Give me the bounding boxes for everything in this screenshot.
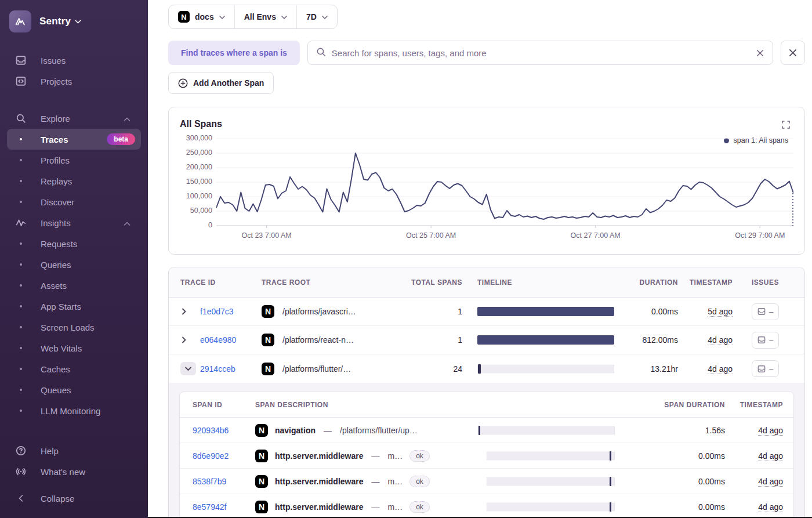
trace-id-link[interactable]: e064e980 [200,335,262,345]
chevron-down-icon [75,20,81,24]
x-axis-labels: Oct 23 7:00 AM Oct 25 7:00 AM Oct 27 7:0… [216,228,793,242]
sidebar-item-profiles[interactable]: Profiles [7,150,141,171]
bullet-icon [9,368,32,370]
span-id-link[interactable]: 8d6e90e2 [193,451,255,461]
timestamp-link[interactable]: 4d ago [758,502,783,512]
expand-row-button[interactable] [180,307,200,316]
sidebar-item-assets[interactable]: Assets [7,275,141,296]
sentry-logo-icon [14,15,27,28]
sentry-logo [9,10,31,32]
timeline-bar [477,326,615,354]
timeline-bar [477,354,615,383]
sidebar-item-requests[interactable]: Requests [7,233,141,254]
sidebar-item-projects[interactable]: Projects [7,71,141,92]
remove-span-filter-button[interactable] [781,41,805,65]
separator: — [371,502,381,512]
search-icon [316,47,326,59]
environment-selector[interactable]: All Envs [234,5,296,28]
trace-id-link[interactable]: 2914cceb [200,364,262,374]
sidebar-item-help[interactable]: Help [7,440,141,461]
span-row: 8538f7b9 N http.server.middleware — m… o… [180,469,793,494]
fullscreen-icon [781,120,791,129]
nextjs-platform-icon: N [255,450,268,462]
sidebar-item-app-starts[interactable]: App Starts [7,296,141,317]
sidebar-group-insights[interactable]: Insights [7,212,141,233]
sidebar-item-whats-new[interactable]: What's new [7,461,141,482]
sidebar-item-llm-monitoring[interactable]: LLM Monitoring [7,400,141,421]
sidebar-item-web-vitals[interactable]: Web Vitals [7,338,141,358]
span-id-link[interactable]: 8e57942f [193,502,255,512]
projects-icon [9,76,32,86]
trace-row: e064e980 N/platforms/react-n… 1 812.00ms… [169,326,804,354]
chart-title: All Spans [180,119,793,129]
search-icon [9,113,32,124]
spans-table-header: SPAN ID SPAN DESCRIPTION SPAN DURATION T… [180,392,793,418]
timestamp-link[interactable]: 4d ago [708,364,733,374]
issues-button[interactable]: – [752,332,779,349]
clear-search-icon[interactable] [756,49,764,57]
timestamp-link[interactable]: 4d ago [758,426,783,436]
span-description: m… [388,451,403,461]
span-duration: 0.00ms [616,502,725,512]
sidebar-item-screen-loads[interactable]: Screen Loads [7,317,141,338]
chevron-up-icon [124,114,130,124]
timestamp-link[interactable]: 4d ago [758,477,783,487]
timestamp-link[interactable]: 4d ago [708,335,733,345]
nextjs-platform-icon: N [255,501,268,513]
find-traces-label: Find traces where a span is [168,41,300,65]
date-range-selector[interactable]: 7D [296,5,337,28]
org-name: Sentry [39,16,71,27]
span-id-link[interactable]: 920934b6 [193,426,255,435]
sidebar-collapse-button[interactable]: Collapse [7,488,141,509]
sidebar-footer: Help What's new Collapse [7,440,141,515]
span-search-input[interactable] [332,48,750,58]
add-another-span-button[interactable]: Add Another Span [168,72,274,94]
timestamp-link[interactable]: 4d ago [758,451,783,461]
trace-root: /platforms/flutter/… [282,364,351,374]
spans-line-chart[interactable] [216,136,793,228]
main-content: N docs All Envs 7D Find traces where a s… [148,0,812,518]
project-selector[interactable]: N docs [169,5,234,28]
span-description: m… [388,477,403,486]
bullet-icon [9,347,32,349]
sidebar-item-queries[interactable]: Queries [7,254,141,275]
insights-icon [9,218,32,228]
span-duration: 0.00ms [616,477,725,486]
sidebar-item-traces[interactable]: Traces beta [7,129,141,150]
sidebar-item-caches[interactable]: Caches [7,358,141,379]
span-search-box [307,41,773,65]
close-icon [788,48,798,57]
all-spans-chart-card: All Spans span 1: All spans 300,000 250,… [168,107,805,255]
issues-button[interactable]: – [752,303,779,320]
trace-row-expanded: 2914cceb N/platforms/flutter/… 24 13.21h… [169,354,804,383]
nextjs-platform-icon: N [255,475,268,488]
span-op: http.server.middleware [275,451,364,461]
org-switcher[interactable]: Sentry [7,10,141,32]
sidebar-item-replays[interactable]: Replays [7,171,141,191]
expand-row-button[interactable] [180,335,200,345]
timestamp-link[interactable]: 5d ago [708,307,733,317]
fullscreen-button[interactable] [781,120,791,129]
bullet-icon [9,389,32,391]
sidebar-item-queues[interactable]: Queues [7,379,141,400]
trace-duration: 812.00ms [615,335,678,345]
sidebar-nav: Issues Projects Explore Traces beta Prof [7,50,141,440]
span-id-link[interactable]: 8538f7b9 [193,477,255,486]
plus-circle-icon [178,78,188,88]
sidebar-item-discover[interactable]: Discover [7,191,141,212]
issues-button[interactable]: – [752,360,779,377]
sidebar: Sentry Issues Projects Explore [0,0,148,518]
collapse-row-button[interactable] [180,362,196,375]
bullet-icon [9,159,32,161]
nextjs-platform-icon: N [262,305,274,318]
total-spans: 1 [411,307,462,316]
trace-id-link[interactable]: f1e0d7c3 [200,307,262,316]
trace-row: f1e0d7c3 N/platforms/javascri… 1 0.00ms … [169,298,804,326]
sidebar-item-issues[interactable]: Issues [7,50,141,71]
sidebar-group-explore[interactable]: Explore [7,108,141,129]
spans-sub-table: SPAN ID SPAN DESCRIPTION SPAN DURATION T… [179,392,794,518]
span-duration: 0.00ms [616,451,725,461]
bullet-icon [9,305,32,307]
environment-value: All Envs [244,12,276,21]
span-row: 8d6e90e2 N http.server.middleware — m… o… [180,443,793,469]
